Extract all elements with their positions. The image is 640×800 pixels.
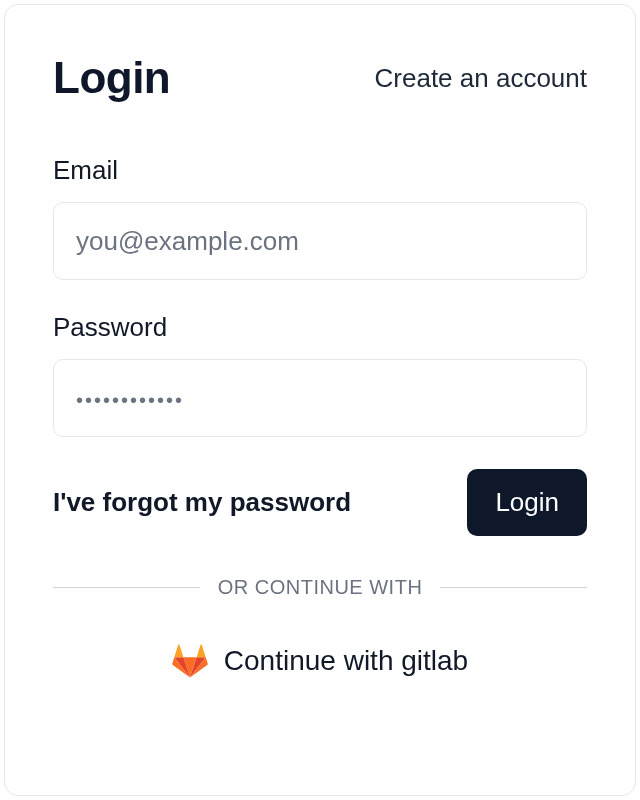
password-input[interactable] bbox=[53, 359, 587, 437]
oauth-divider: OR CONTINUE WITH bbox=[53, 576, 587, 599]
page-title: Login bbox=[53, 53, 170, 103]
divider-text: OR CONTINUE WITH bbox=[218, 576, 423, 599]
email-input[interactable] bbox=[53, 202, 587, 280]
divider-line-right bbox=[440, 587, 587, 588]
create-account-link[interactable]: Create an account bbox=[375, 63, 587, 94]
continue-with-gitlab-button[interactable]: Continue with gitlab bbox=[53, 627, 587, 695]
form-actions: I've forgot my password Login bbox=[53, 469, 587, 536]
password-label: Password bbox=[53, 312, 587, 343]
gitlab-icon bbox=[172, 643, 208, 679]
password-field-group: Password bbox=[53, 312, 587, 437]
email-label: Email bbox=[53, 155, 587, 186]
gitlab-button-label: Continue with gitlab bbox=[224, 645, 468, 677]
login-card: Login Create an account Email Password I… bbox=[4, 4, 636, 796]
login-header: Login Create an account bbox=[53, 53, 587, 103]
divider-line-left bbox=[53, 587, 200, 588]
forgot-password-link[interactable]: I've forgot my password bbox=[53, 487, 351, 518]
login-button[interactable]: Login bbox=[467, 469, 587, 536]
email-field-group: Email bbox=[53, 155, 587, 280]
